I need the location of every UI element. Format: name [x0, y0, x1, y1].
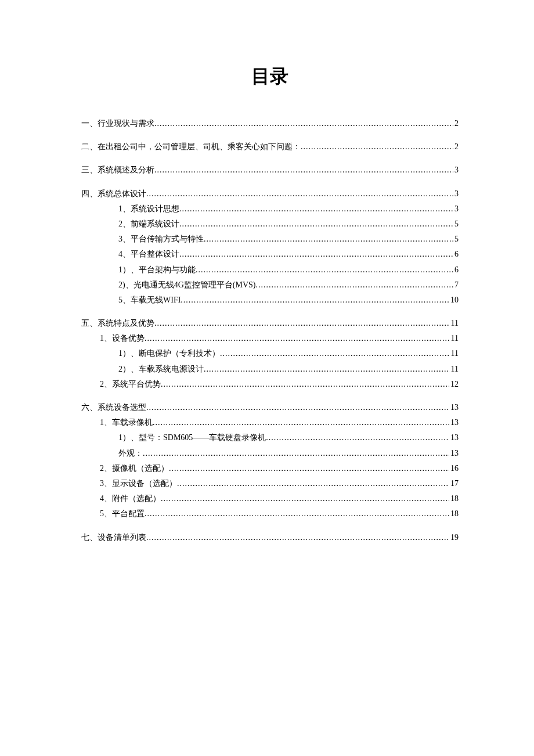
toc-entry-page: 18 — [449, 494, 459, 504]
toc-entry: 1、设备优势11 — [81, 333, 459, 344]
toc-entry-page: 6 — [453, 265, 459, 275]
toc-leader-dots — [154, 318, 450, 329]
toc-leader-dots — [255, 280, 453, 290]
toc-entry-page: 6 — [453, 249, 459, 260]
toc-entry-label: 1、系统设计思想 — [118, 204, 179, 214]
toc-entry: 2）、车载系统电源设计11 — [81, 364, 459, 375]
toc-entry: 2、摄像机（选配）16 — [81, 463, 459, 474]
toc-entry-page: 2 — [453, 118, 459, 129]
toc-leader-dots — [301, 142, 453, 152]
toc-leader-dots — [181, 295, 449, 305]
toc-leader-dots — [146, 189, 453, 199]
toc-entry: 3、显示设备（选配）17 — [81, 478, 459, 489]
toc-entry: 四、系统总体设计3 — [81, 189, 459, 199]
toc-entry-label: 2、前端系统设计 — [118, 219, 179, 229]
toc-leader-dots — [177, 478, 449, 489]
toc-entry-page: 7 — [453, 280, 459, 290]
toc-entry-label: 5、平台配置 — [100, 509, 145, 519]
toc-entry-label: 六、系统设备选型 — [81, 402, 146, 413]
toc-entry: 1、车载录像机13 — [81, 417, 459, 428]
toc-leader-dots — [196, 265, 453, 275]
toc-leader-dots — [179, 204, 453, 214]
toc-entry-page: 18 — [449, 509, 459, 519]
toc-entry-label: 2、系统平台优势 — [100, 379, 161, 390]
toc-leader-dots — [146, 402, 449, 413]
toc-entry-label: 三、系统概述及分析 — [81, 165, 154, 175]
toc-entry: 5、车载无线WIFI10 — [81, 295, 459, 305]
toc-entry: 1）、平台架构与功能6 — [81, 265, 459, 275]
toc-entry-label: 4、平台整体设计 — [118, 249, 179, 260]
toc-leader-dots — [146, 532, 449, 543]
toc-leader-dots — [145, 509, 449, 519]
toc-entry-page: 11 — [450, 333, 459, 344]
toc-entry-label: 五、系统特点及优势 — [81, 318, 154, 329]
toc-leader-dots — [143, 448, 449, 459]
toc-entry: 外观：13 — [81, 448, 459, 459]
toc-entry-label: 3、平台传输方式与特性 — [118, 234, 204, 244]
toc-entry-label: 二、在出租公司中，公司管理层、司机、乘客关心如下问题： — [81, 142, 301, 152]
toc-entry-page: 2 — [453, 142, 459, 152]
toc-entry-page: 17 — [449, 478, 459, 489]
toc-entry-label: 2、摄像机（选配） — [100, 463, 169, 474]
toc-entry-page: 12 — [449, 379, 459, 390]
toc-entry-label: 1）、断电保护（专利技术） — [118, 348, 220, 359]
toc-entry-page: 5 — [453, 219, 459, 229]
toc-leader-dots — [153, 417, 449, 428]
toc-leader-dots — [154, 118, 453, 129]
toc-leader-dots — [179, 249, 453, 260]
toc-entry-page: 10 — [449, 295, 459, 305]
toc-entry-label: 外观： — [118, 448, 143, 459]
toc-entry-page: 3 — [453, 165, 459, 175]
toc-entry-label: 四、系统总体设计 — [81, 189, 146, 199]
toc-leader-dots — [161, 379, 449, 390]
toc-entry: 六、系统设备选型13 — [81, 402, 459, 413]
toc-entry: 5、平台配置18 — [81, 509, 459, 519]
toc-leader-dots — [145, 333, 450, 344]
toc-entry-label: 1、车载录像机 — [100, 417, 153, 428]
toc-entry-label: 4、附件（选配） — [100, 494, 161, 504]
toc-entry: 4、附件（选配）18 — [81, 494, 459, 504]
toc-entry: 三、系统概述及分析3 — [81, 165, 459, 175]
toc-entry-page: 11 — [450, 348, 459, 359]
toc-entry: 五、系统特点及优势11 — [81, 318, 459, 329]
toc-entry: 七、设备清单列表19 — [81, 532, 459, 543]
toc-entry-label: 1、设备优势 — [100, 333, 145, 344]
toc-entry: 4、平台整体设计6 — [81, 249, 459, 260]
toc-entry-page: 13 — [449, 402, 459, 413]
toc-entry-page: 13 — [449, 433, 459, 443]
toc-leader-dots — [169, 463, 449, 474]
toc-entry-page: 3 — [453, 204, 459, 214]
toc-entry-page: 19 — [449, 532, 459, 543]
toc-leader-dots — [204, 234, 453, 244]
toc-entry-page: 5 — [453, 234, 459, 244]
toc-entry: 1）、断电保护（专利技术）11 — [81, 348, 459, 359]
toc-entry-page: 13 — [449, 417, 459, 428]
toc-leader-dots — [161, 494, 449, 504]
toc-entry-label: 七、设备清单列表 — [81, 532, 146, 543]
toc-leader-dots — [204, 364, 450, 375]
toc-entry-page: 3 — [453, 189, 459, 199]
toc-entry-label: 1）、型号：SDM605——车载硬盘录像机 — [118, 433, 266, 443]
toc-leader-dots — [220, 348, 450, 359]
toc-entry-label: 2）、车载系统电源设计 — [118, 364, 204, 375]
toc-entry-label: 2)、光电通无线4G监控管理平台(MVS) — [118, 280, 255, 290]
toc-entry-label: 3、显示设备（选配） — [100, 478, 177, 489]
toc-entry: 3、平台传输方式与特性5 — [81, 234, 459, 244]
toc-entry-page: 11 — [450, 364, 459, 375]
toc-entry-page: 16 — [449, 463, 459, 474]
toc-entry: 2、前端系统设计5 — [81, 219, 459, 229]
toc-title: 目录 — [81, 64, 459, 89]
toc-entry-label: 一、行业现状与需求 — [81, 118, 154, 129]
toc-leader-dots — [154, 165, 453, 175]
toc-entry: 1、系统设计思想3 — [81, 204, 459, 214]
toc-entry-page: 11 — [450, 318, 459, 329]
toc-entry-label: 1）、平台架构与功能 — [118, 265, 196, 275]
toc-entry: 1）、型号：SDM605——车载硬盘录像机13 — [81, 433, 459, 443]
toc-list: 一、行业现状与需求2二、在出租公司中，公司管理层、司机、乘客关心如下问题：2三、… — [81, 118, 459, 543]
toc-entry-label: 5、车载无线WIFI — [118, 295, 181, 305]
toc-entry: 2)、光电通无线4G监控管理平台(MVS)7 — [81, 280, 459, 290]
document-page: 目录 一、行业现状与需求2二、在出租公司中，公司管理层、司机、乘客关心如下问题：… — [0, 0, 534, 543]
toc-leader-dots — [266, 433, 449, 443]
toc-leader-dots — [179, 219, 453, 229]
toc-entry: 一、行业现状与需求2 — [81, 118, 459, 129]
